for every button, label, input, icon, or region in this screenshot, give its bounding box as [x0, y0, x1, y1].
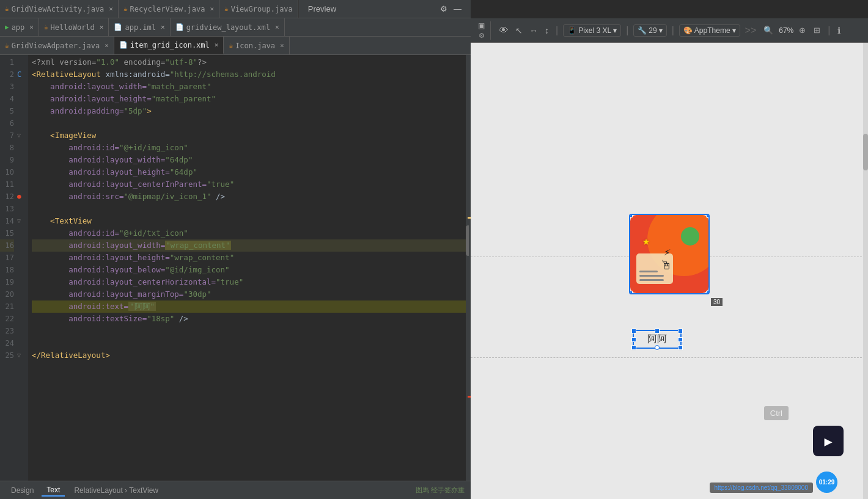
play-button[interactable]: ▶: [813, 426, 844, 456]
palette-area: ▣ ⚙: [476, 21, 491, 40]
preview-icon-cursor[interactable]: ↖: [513, 26, 524, 35]
code-line-12: android:src="@mipmap/iv_icon_1" />: [32, 191, 466, 203]
close-icon[interactable]: ×: [280, 42, 284, 49]
close-icon[interactable]: ×: [215, 41, 219, 49]
sep2: |: [626, 25, 628, 36]
palette-icon-top[interactable]: ▣: [478, 21, 485, 30]
device-label: Pixel 3 XL: [578, 26, 611, 35]
preview-panel: ▣ ⚙ 👁 ↖ ↔ ↕ | 📱 Pixel 3 XL ▾ | �: [471, 18, 868, 499]
minimize-icon[interactable]: —: [454, 4, 462, 13]
tab-gridviewadpater[interactable]: ☕ GridViewAdpater.java ×: [0, 37, 114, 54]
code-line-20: android:layout_marginTop="30dp": [32, 288, 466, 300]
tab-label: HelloWorld: [51, 23, 95, 32]
app-icon: ▶: [5, 23, 9, 31]
tab-app[interactable]: ▶ app ×: [0, 18, 39, 36]
palette-icon-bot[interactable]: ⚙: [479, 32, 485, 40]
preview-icon-vert[interactable]: ↕: [543, 26, 551, 35]
textview-content: 阿阿: [647, 333, 667, 344]
textview-element[interactable]: 阿阿: [633, 330, 682, 349]
handle-bm: [655, 345, 660, 350]
tab-label: Icon.java: [235, 42, 275, 50]
handle-ml: [631, 337, 636, 342]
code-line-6: [32, 117, 466, 129]
java-icon: ☕: [123, 5, 128, 13]
handle-tr: [678, 329, 683, 333]
line-numbers: 12345 678910 1112131415 1617181920 21222…: [0, 55, 17, 481]
editor-scrollbar[interactable]: [466, 55, 471, 481]
tab-label: GridViewAdpater.java: [12, 42, 100, 50]
code-line-18: android:layout_below="@id/img_icon": [32, 264, 466, 276]
tab-label: GridViewActivity.java: [12, 5, 105, 13]
tab-helloworld[interactable]: ☕ HelloWorld ×: [39, 18, 109, 36]
close-icon[interactable]: ×: [161, 23, 165, 31]
api-value: 29: [649, 26, 657, 35]
code-line-22: android:textSize="18sp" />: [32, 313, 466, 325]
preview-canvas[interactable]: ★ ⚡ 30 🖱: [471, 43, 868, 499]
imageview-element[interactable]: ★ ⚡: [629, 214, 710, 294]
tab-item-grid-icon[interactable]: 📄 item_grid_icon.xml ×: [114, 37, 224, 54]
tab-gridviewactivity[interactable]: ☕ GridViewActivity.java ×: [0, 0, 119, 18]
zoom-in-btn[interactable]: ⊕: [796, 24, 808, 36]
code-line-8: android:id="@+id/img_icon": [32, 142, 466, 154]
zoom-fit-btn[interactable]: ⊞: [811, 24, 823, 36]
zoom-out-btn[interactable]: 🔍: [761, 24, 776, 36]
tab-viewgroup[interactable]: ☕ ViewGroup.java: [219, 0, 298, 18]
close-icon[interactable]: ×: [29, 23, 34, 31]
preview-toolbar: ▣ ⚙ 👁 ↖ ↔ ↕ | 📱 Pixel 3 XL ▾ | �: [471, 18, 868, 43]
tab-gridview-layout[interactable]: 📄 gridview_layout.xml ×: [171, 18, 285, 36]
handle-mr: [678, 337, 683, 342]
preview-scrollbar[interactable]: [863, 43, 868, 499]
code-line-17: android:layout_height="wrap_content": [32, 252, 466, 264]
tab-label: ViewGroup.java: [231, 5, 293, 13]
code-line-4: android:layout_height="match_parent": [32, 93, 466, 105]
tab-bar-top: ☕ GridViewActivity.java × ☕ RecyclerView…: [0, 0, 471, 18]
close-icon[interactable]: ×: [275, 23, 279, 31]
url-bar: https://blog.csdn.net/qq_33808000: [710, 483, 813, 493]
close-icon[interactable]: ×: [109, 5, 113, 13]
settings-icon[interactable]: ⚙: [440, 4, 447, 13]
tab-bar-second: ▶ app × ☕ HelloWorld × 📄 app.iml × 📄 gri…: [0, 18, 471, 37]
tab-appiml[interactable]: 📄 app.iml ×: [109, 18, 170, 36]
code-line-2: <RelativeLayout xmlns:android="http://sc…: [32, 68, 466, 81]
phone-icon: 📱: [567, 26, 576, 35]
code-line-5: android:padding="5dp">: [32, 105, 466, 117]
tab-text[interactable]: Text: [42, 484, 65, 497]
preview-icon-horiz[interactable]: ↔: [528, 26, 540, 35]
tab-icon-java[interactable]: ☕ Icon.java ×: [224, 37, 289, 54]
sep4: >>: [745, 25, 757, 36]
api-label: 🔧: [638, 26, 647, 35]
code-line-13: [32, 203, 466, 215]
handle-bl: [631, 345, 636, 350]
code-line-11: android:layout_centerInParent="true": [32, 178, 466, 191]
handle-bl: [629, 291, 633, 294]
editor-panel: ▶ app × ☕ HelloWorld × 📄 app.iml × 📄 gri…: [0, 18, 471, 499]
code-line-19: android:layout_centerHorizontal="true": [32, 276, 466, 288]
chevron-down-icon: ▾: [659, 26, 663, 35]
device-selector[interactable]: 📱 Pixel 3 XL ▾: [563, 24, 621, 37]
tab-design[interactable]: Design: [6, 485, 39, 496]
close-icon[interactable]: ×: [210, 5, 214, 13]
code-line-7: <ImageView: [32, 129, 466, 142]
theme-value: AppTheme: [694, 26, 730, 35]
watermark: 图馬 经手签亦重: [416, 486, 465, 495]
xml-icon: 📄: [175, 23, 184, 31]
tab-recyclerview[interactable]: ☕ RecyclerView.java ×: [119, 0, 219, 18]
play-icon: ▶: [824, 434, 832, 449]
tab-label: item_grid_icon.xml: [130, 41, 210, 49]
chevron-down-icon: ▾: [732, 26, 736, 35]
api-selector[interactable]: 🔧 29 ▾: [633, 24, 666, 37]
handle-tl: [631, 329, 636, 333]
zoom-value: 67%: [779, 26, 793, 35]
code-line-23: [32, 325, 466, 337]
chevron-down-icon: ▾: [613, 26, 617, 35]
close-icon[interactable]: ×: [105, 42, 109, 49]
code-lines[interactable]: <?xml version="1.0" encoding="utf-8"?> <…: [28, 55, 466, 481]
code-line-24: [32, 337, 466, 349]
code-editor[interactable]: 12345 678910 1112131415 1617181920 21222…: [0, 55, 471, 481]
preview-icon-eye[interactable]: 👁: [497, 25, 510, 36]
close-icon[interactable]: ×: [100, 23, 104, 31]
theme-selector[interactable]: 🎨 AppTheme ▾: [679, 24, 740, 37]
tab-label: RecyclerView.java: [130, 5, 205, 13]
java-icon: ☕: [5, 42, 9, 49]
info-btn[interactable]: ℹ: [835, 24, 843, 37]
